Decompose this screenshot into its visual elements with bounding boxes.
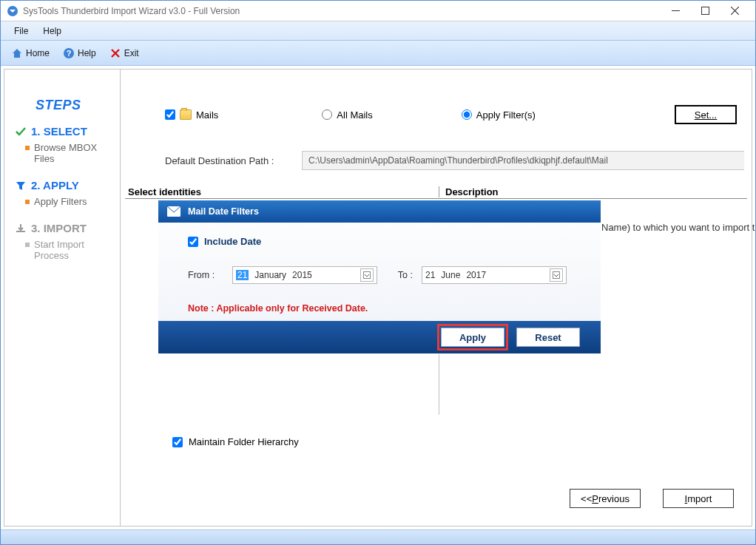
step-1-sub[interactable]: Browse MBOX Files <box>15 139 112 175</box>
import-button[interactable]: Import <box>663 489 734 508</box>
steps-sidebar: STEPS 1. SELECT Browse MBOX Files 2. APP… <box>4 70 121 526</box>
step-2-label: 2. APPLY <box>31 179 79 192</box>
reset-button[interactable]: Reset <box>516 328 580 347</box>
toolbar-exit[interactable]: Exit <box>104 45 145 61</box>
step-3-label: 3. IMPORT <box>31 222 87 234</box>
step-2: 2. APPLY Apply Filters <box>15 177 112 217</box>
to-day[interactable]: 21 <box>425 270 435 280</box>
filter-icon <box>15 180 27 192</box>
mails-label: Mails <box>196 109 218 121</box>
step-2-sub[interactable]: Apply Filters <box>15 193 112 217</box>
include-date-checkbox[interactable] <box>188 237 198 247</box>
svg-text:?: ? <box>67 49 72 58</box>
destination-row: Default Destination Path : C:\Users\admi… <box>165 151 744 170</box>
mails-checkbox[interactable] <box>165 109 175 120</box>
set-button[interactable]: Set... <box>675 105 737 124</box>
to-label: To : <box>386 270 413 280</box>
svg-rect-6 <box>364 272 371 279</box>
all-mails-label: All Mails <box>337 109 372 121</box>
description-text: Name) to which you want to import the Mb… <box>601 222 752 233</box>
dialog-titlebar: Mail Date Filters <box>158 200 601 223</box>
statusbar <box>1 529 755 544</box>
description-header: Description <box>439 186 499 197</box>
step-2-sub-label: Apply Filters <box>34 196 87 207</box>
steps-title: STEPS <box>15 98 112 113</box>
from-dropdown-icon[interactable] <box>360 268 374 282</box>
toolbar-help[interactable]: ? Help <box>57 45 102 61</box>
from-day[interactable]: 21 <box>236 270 249 280</box>
exit-icon <box>109 47 121 59</box>
all-mails-radio-group[interactable]: All Mails <box>322 109 372 121</box>
step-1-head[interactable]: 1. SELECT <box>15 123 112 139</box>
minimize-button[interactable] <box>661 1 690 21</box>
bullet-icon <box>25 200 30 204</box>
bullet-icon <box>25 146 30 150</box>
apply-filters-radio-group[interactable]: Apply Filter(s) <box>462 109 536 121</box>
to-dropdown-icon[interactable] <box>550 268 563 282</box>
to-date-picker[interactable]: 21 June 2017 <box>422 266 567 284</box>
step-3-sub[interactable]: Start Import Process <box>15 236 112 271</box>
main-panel: Mails All Mails Apply Filter(s) Set... D… <box>121 70 752 526</box>
section-headers: Select identities Description <box>121 186 752 197</box>
date-range-row: From : 21 January 2015 To : 21 June 2017 <box>188 266 578 284</box>
step-3: 3. IMPORT Start Import Process <box>15 220 112 271</box>
from-month[interactable]: January <box>254 270 286 280</box>
maintain-hierarchy-checkbox[interactable] <box>172 437 183 447</box>
destination-label: Default Destination Path : <box>165 155 294 166</box>
from-year[interactable]: 2015 <box>292 270 312 280</box>
maximize-button[interactable] <box>690 1 720 21</box>
include-date-label: Include Date <box>204 236 261 247</box>
options-row: Mails All Mails Apply Filter(s) Set... <box>165 105 737 124</box>
menu-help[interactable]: Help <box>36 23 69 39</box>
menu-file[interactable]: File <box>7 23 36 39</box>
svg-rect-2 <box>701 7 709 15</box>
help-icon: ? <box>63 47 75 59</box>
all-mails-radio[interactable] <box>322 109 332 120</box>
to-year[interactable]: 2017 <box>466 270 486 280</box>
toolbar-home[interactable]: Home <box>5 45 55 61</box>
check-icon <box>15 126 27 138</box>
wizard-nav: <<Previous Import <box>570 489 734 508</box>
svg-rect-1 <box>672 10 680 11</box>
step-2-head[interactable]: 2. APPLY <box>15 177 112 193</box>
folder-icon <box>180 109 192 120</box>
dialog-body: Include Date From : 21 January 2015 To :… <box>158 223 601 321</box>
workspace: STEPS 1. SELECT Browse MBOX Files 2. APP… <box>4 69 752 527</box>
to-month[interactable]: June <box>441 270 460 280</box>
step-3-sub-label: Start Import Process <box>34 239 112 261</box>
toolbar-exit-label: Exit <box>124 48 139 58</box>
mails-checkbox-group[interactable]: Mails <box>165 109 218 121</box>
toolbar-help-label: Help <box>78 48 96 58</box>
toolbar-home-label: Home <box>26 48 50 58</box>
maintain-hierarchy-label: Maintain Folder Hierarchy <box>189 436 299 447</box>
from-label: From : <box>188 270 223 280</box>
note-text: Note : Applicable only for Received Date… <box>188 303 578 314</box>
identities-header: Select identities <box>121 186 439 197</box>
step-1: 1. SELECT Browse MBOX Files <box>15 123 112 175</box>
apply-filters-label: Apply Filter(s) <box>476 109 536 121</box>
step-1-sub-label: Browse MBOX Files <box>34 142 112 164</box>
destination-path: C:\Users\admin\AppData\Roaming\Thunderbi… <box>302 151 744 170</box>
titlebar: SysTools Thunderbird Import Wizard v3.0 … <box>1 1 755 21</box>
window-title: SysTools Thunderbird Import Wizard v3.0 … <box>23 6 661 16</box>
menubar: File Help <box>1 21 755 41</box>
import-icon <box>15 223 27 234</box>
dialog-footer: Apply Reset <box>158 321 601 353</box>
from-date-picker[interactable]: 21 January 2015 <box>232 266 377 284</box>
step-3-head[interactable]: 3. IMPORT <box>15 220 112 236</box>
toolbar: Home ? Help Exit <box>1 41 755 66</box>
maintain-hierarchy-group[interactable]: Maintain Folder Hierarchy <box>172 436 299 447</box>
bullet-icon <box>25 243 30 247</box>
svg-rect-7 <box>553 272 560 279</box>
apply-button[interactable]: Apply <box>441 328 504 347</box>
previous-button[interactable]: <<Previous <box>570 489 641 508</box>
apply-filters-radio[interactable] <box>462 109 472 120</box>
dialog-title: Mail Date Filters <box>188 206 259 217</box>
step-1-label: 1. SELECT <box>31 125 87 138</box>
mail-date-filters-dialog: Mail Date Filters Include Date From : 21… <box>158 200 601 354</box>
home-icon <box>11 47 23 59</box>
close-button[interactable] <box>720 1 749 21</box>
header-divider <box>125 198 747 199</box>
include-date-group[interactable]: Include Date <box>188 236 578 247</box>
app-icon <box>7 5 18 17</box>
